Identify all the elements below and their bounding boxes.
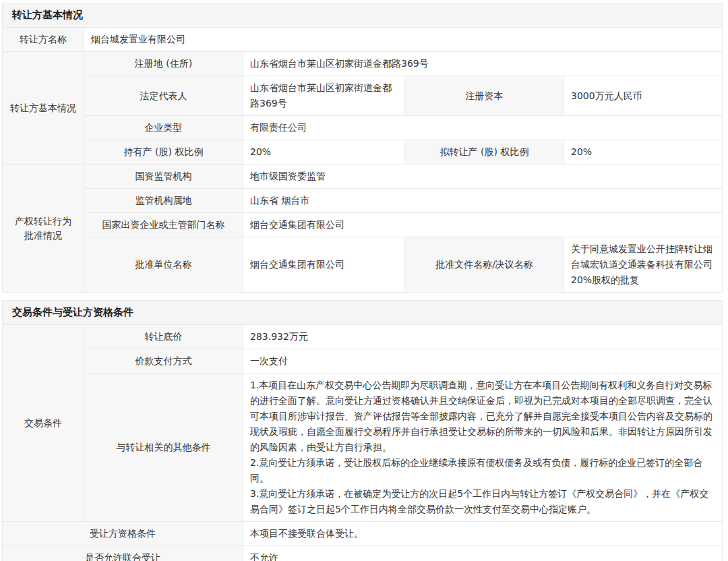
field-value-approval-doc: 关于同意城发置业公开挂牌转让烟台城宏轨道交通装备科技有限公司20%股权的批复 xyxy=(564,237,723,293)
field-label-other-conditions: 与转让相关的其他条件 xyxy=(84,374,243,522)
field-label-held-ratio: 持有产 (股) 权比例 xyxy=(84,140,243,165)
field-label-sasac-body: 国资监管机构 xyxy=(84,165,243,189)
field-value-state-enterprise: 烟台交通集团有限公司 xyxy=(243,213,723,237)
transferor-info-table: 转让方基本情况 转让方名称 烟台城发置业有限公司 转让方基本情况 注册地 (住所… xyxy=(2,3,723,293)
field-label-transferor-name: 转让方名称 xyxy=(3,28,84,52)
field-value-registered-capital: 3000万元人民币 xyxy=(564,76,723,116)
field-value-legal-representative: 山东省烟台市莱山区初家街道金都路369号 xyxy=(243,76,405,116)
field-value-registered-address: 山东省烟台市莱山区初家街道金都路369号 xyxy=(243,52,723,76)
field-label-transfer-ratio: 拟转让产 (股) 权比例 xyxy=(405,140,564,165)
field-label-approval-unit: 批准单位名称 xyxy=(84,237,243,293)
field-label-registered-capital: 注册资本 xyxy=(405,76,564,116)
field-value-transferor-name: 烟台城发置业有限公司 xyxy=(84,28,723,52)
field-label-registered-address: 注册地 (住所) xyxy=(84,52,243,76)
field-label-floor-price: 转让底价 xyxy=(84,325,243,349)
field-value-other-conditions: 1.本项目在山东产权交易中心公告期即为尽职调查期，意向受让方在本项目公告期间有权… xyxy=(243,374,723,522)
field-label-state-enterprise: 国家出资企业或主管部门名称 xyxy=(84,213,243,237)
field-value-sasac-body: 地市级国资委监管 xyxy=(243,165,723,189)
field-value-held-ratio: 20% xyxy=(243,140,405,165)
field-label-payment-method: 价款支付方式 xyxy=(84,349,243,374)
field-value-approval-unit: 烟台交通集团有限公司 xyxy=(243,237,405,293)
field-label-qualification: 受让方资格条件 xyxy=(3,522,243,546)
field-value-floor-price: 283.932万元 xyxy=(243,325,723,349)
group-label-approval-info: 产权转让行为 批准情况 xyxy=(3,165,84,293)
field-label-approval-doc: 批准文件名称/决议名称 xyxy=(405,237,564,293)
field-value-qualification: 本项目不接受联合体受让。 xyxy=(243,522,723,546)
field-value-joint-transfer: 不允许 xyxy=(243,546,723,561)
field-value-payment-method: 一次支付 xyxy=(243,349,723,374)
field-value-transfer-ratio: 20% xyxy=(564,140,723,165)
section-title-conditions: 交易条件与受让方资格条件 xyxy=(3,301,723,325)
group-label-transaction-conditions: 交易条件 xyxy=(3,325,84,522)
section-title-transferor: 转让方基本情况 xyxy=(3,3,723,28)
transaction-conditions-table: 交易条件与受让方资格条件 交易条件 转让底价 283.932万元 价款支付方式 … xyxy=(2,300,723,561)
field-label-company-type: 企业类型 xyxy=(84,116,243,140)
field-value-company-type: 有限责任公司 xyxy=(243,116,723,140)
field-label-joint-transfer: 是否允许联合受让 xyxy=(3,546,243,561)
page-content: 转让方基本情况 转让方名称 烟台城发置业有限公司 转让方基本情况 注册地 (住所… xyxy=(0,0,728,561)
field-label-legal-representative: 法定代表人 xyxy=(84,76,243,116)
field-label-regulator-location: 监管机构属地 xyxy=(84,189,243,213)
field-value-regulator-location: 山东省 烟台市 xyxy=(243,189,723,213)
group-label-basic-info: 转让方基本情况 xyxy=(3,52,84,165)
